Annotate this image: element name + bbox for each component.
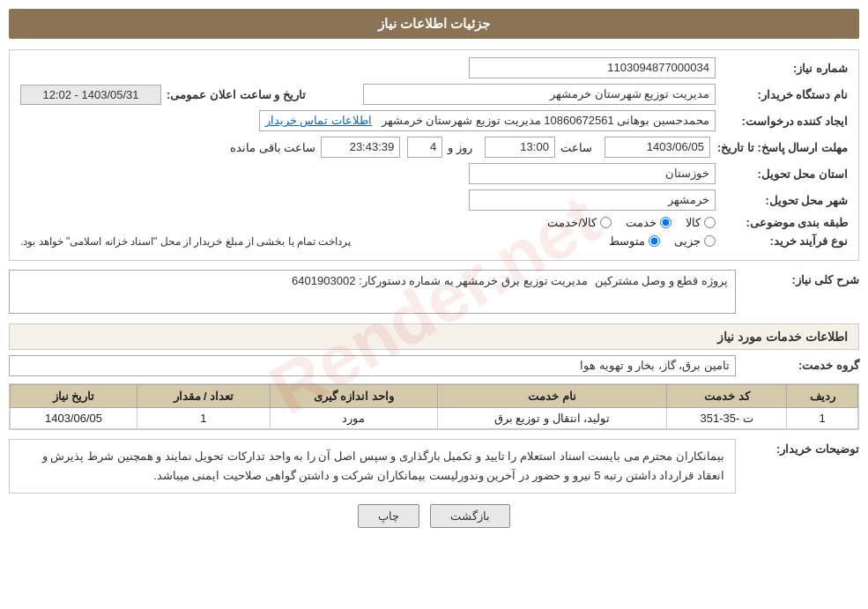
- sharh-koli-textarea[interactable]: [9, 270, 736, 314]
- tabaqe-khedmat-label: خدمت: [626, 216, 657, 229]
- table-cell-tedad: 1: [137, 408, 271, 429]
- col-radif: ردیف: [787, 385, 858, 408]
- saat-label: ساعت: [555, 141, 597, 154]
- page-wrapper: Render.net جزئیات اطلاعات نیاز شماره نیا…: [0, 0, 868, 609]
- table-cell-naam: تولید، انتقال و توزیع برق: [437, 408, 667, 429]
- col-kod: کد خدمت: [667, 385, 787, 408]
- tosih-kharidar-value: بیمانکاران محترم می بایست اسناد استعلام …: [9, 439, 736, 494]
- khadamat-section-title: اطلاعات خدمات مورد نیاز: [9, 323, 859, 350]
- services-table-container: ردیف کد خدمت نام خدمت واحد اندازه گیری ت…: [9, 383, 859, 430]
- shahr-row: شهر محل تحویل: خرمشهر: [20, 189, 848, 211]
- mohlat-ersaal-row: مهلت ارسال پاسخ: تا تاریخ: 1403/06/05 سا…: [20, 137, 848, 158]
- ejaad-konande-link[interactable]: اطلاعات تماس خریدار: [265, 114, 372, 127]
- tabaqe-khedmat-option: خدمت: [626, 216, 671, 229]
- motavaset-radio[interactable]: [649, 235, 660, 247]
- page-title: جزئیات اطلاعات نیاز: [378, 16, 490, 31]
- tosih-kharidar-label: توضیحات خریدار:: [736, 439, 859, 456]
- jozvi-radio[interactable]: [704, 235, 716, 247]
- ejaad-konande-text: محمدحسین بوهانی 10860672561 مدیریت توزیع…: [382, 114, 709, 127]
- table-cell-vahed: مورد: [270, 408, 437, 429]
- grohe-value: تامین برق، گاز، بخار و تهویه هوا: [9, 355, 736, 376]
- baghi-mande-label: ساعت باقی مانده: [225, 141, 321, 154]
- sharh-koli-label: شرح کلی نیاز:: [736, 270, 859, 286]
- tabaqe-kala-khedmat-label: کالا/خدمت: [547, 216, 597, 229]
- shomare-niaz-value: 1103094877000034: [469, 57, 716, 78]
- noe-farayand-label: نوع فرآیند خرید:: [716, 234, 848, 248]
- noe-farayand-radio-group: جزیی متوسط: [609, 234, 716, 248]
- services-tbody: 1ت -35-351تولید، انتقال و توزیع برقمورد1…: [11, 408, 858, 429]
- tarikh-saat-label: تاریخ و ساعت اعلان عمومی:: [161, 88, 306, 101]
- col-vahed: واحد اندازه گیری: [270, 385, 437, 408]
- tosih-kharidar-section: توضیحات خریدار: بیمانکاران محترم می بایس…: [9, 439, 859, 494]
- ejaad-konande-label: ایجاد کننده درخواست:: [716, 115, 848, 128]
- mohlat-ersaal-label: مهلت ارسال پاسخ: تا تاریخ:: [710, 141, 848, 154]
- noe-farayand-row: نوع فرآیند خرید: جزیی متوسط پرداخت تمام …: [20, 234, 848, 248]
- rooz-value: 4: [407, 137, 442, 158]
- tabaqe-kala-khedmat-option: کالا/خدمت: [547, 216, 612, 229]
- shomare-niaz-row: شماره نیاز: 1103094877000034: [20, 57, 848, 78]
- services-table: ردیف کد خدمت نام خدمت واحد اندازه گیری ت…: [10, 384, 858, 429]
- tabaqe-kala-radio[interactable]: [704, 217, 716, 228]
- jozvi-label: جزیی: [674, 234, 701, 248]
- tabaqe-row: طبقه بندی موضوعی: کالا خدمت کالا/خدمت: [20, 216, 848, 229]
- saat-value: 13:00: [485, 137, 555, 158]
- print-button[interactable]: چاپ: [358, 504, 419, 528]
- tabaqe-khedmat-radio[interactable]: [660, 217, 671, 228]
- noe-farayand-note: پرداخت تمام یا بخشی از مبلغ خریدار از مح…: [20, 235, 351, 248]
- sharh-koli-section: شرح کلی نیاز:: [9, 270, 859, 316]
- ejaad-konande-row: ایجاد کننده درخواست: محمدحسین بوهانی 108…: [20, 110, 848, 131]
- table-cell-radif: 1: [787, 408, 858, 429]
- col-naam: نام خدمت: [437, 385, 667, 408]
- table-header-row: ردیف کد خدمت نام خدمت واحد اندازه گیری ت…: [11, 385, 858, 408]
- table-row: 1ت -35-351تولید، انتقال و توزیع برقمورد1…: [11, 408, 858, 429]
- col-tedad: تعداد / مقدار: [137, 385, 271, 408]
- tabaqe-kala-label: کالا: [686, 216, 701, 229]
- sharh-koli-content: [9, 270, 736, 316]
- motavaset-label: متوسط: [609, 234, 645, 248]
- shomare-niaz-label: شماره نیاز:: [716, 62, 848, 75]
- ostan-value: خوزستان: [469, 163, 716, 184]
- baghi-mande-value: 23:43:39: [321, 137, 400, 158]
- tabaqe-kala-option: کالا: [686, 216, 716, 229]
- page-header: جزئیات اطلاعات نیاز: [9, 9, 859, 39]
- motavaset-option: متوسط: [609, 234, 660, 248]
- main-form: شماره نیاز: 1103094877000034 نام دستگاه …: [9, 49, 859, 261]
- nam-dastgah-value: مدیریت توزیع شهرستان خرمشهر: [363, 84, 716, 105]
- tabaqe-label: طبقه بندی موضوعی:: [716, 216, 848, 229]
- button-row: بازگشت چاپ: [9, 504, 859, 537]
- table-cell-kod: ت -35-351: [667, 408, 787, 429]
- col-tarikh: تاریخ نیاز: [11, 385, 137, 408]
- grohe-row: گروه خدمت: تامین برق، گاز، بخار و تهویه …: [9, 355, 859, 376]
- tarikh-dastgah-row: نام دستگاه خریدار: مدیریت توزیع شهرستان …: [20, 84, 848, 105]
- shahr-value: خرمشهر: [469, 189, 716, 211]
- rooz-label: روز و: [442, 141, 478, 154]
- jozvi-option: جزیی: [674, 234, 716, 248]
- ostan-row: استان محل تحویل: خوزستان: [20, 163, 848, 184]
- mohlat-date-value: 1403/06/05: [605, 137, 710, 158]
- nam-dastgah-label: نام دستگاه خریدار:: [716, 88, 848, 101]
- tarikh-saat-value: 1403/05/31 - 12:02: [20, 85, 161, 105]
- grohe-label: گروه خدمت:: [736, 355, 859, 372]
- table-cell-tarikh: 1403/06/05: [11, 408, 137, 429]
- back-button[interactable]: بازگشت: [430, 504, 510, 528]
- ejaad-konande-value: محمدحسین بوهانی 10860672561 مدیریت توزیع…: [259, 110, 716, 131]
- tabaqe-kala-khedmat-radio[interactable]: [600, 217, 612, 228]
- shahr-label: شهر محل تحویل:: [716, 194, 848, 207]
- tabaqe-radio-group: کالا خدمت کالا/خدمت: [547, 216, 716, 229]
- ostan-label: استان محل تحویل:: [716, 167, 848, 181]
